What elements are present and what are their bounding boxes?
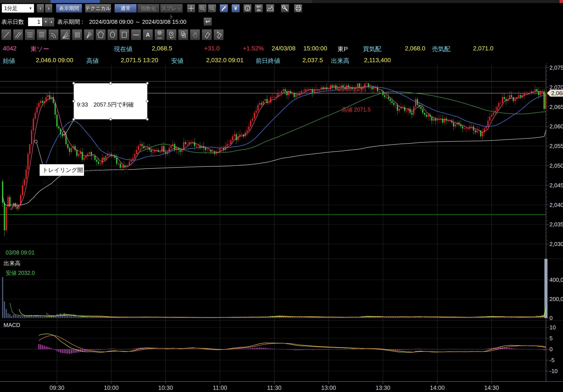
resize-handle[interactable] [109,118,112,121]
day-high-annotation: 03/08 13:21 高値 2071.5 [338,73,371,127]
macd-axis-label: 0 [550,346,552,353]
macd-axis-label: -10 [550,368,558,374]
volume-axis-label: 0 [550,315,552,321]
macd-axis-label: 10 [550,324,556,331]
resize-handle[interactable] [146,100,149,103]
volume-axis-label: 200,000 [550,296,563,302]
time-axis-label: 11:00 [213,385,227,391]
current-price-badge-text: 2,068.5 [551,90,563,97]
macd-axis-label: 5 [550,335,552,342]
resize-handle[interactable] [146,82,149,85]
price-axis-label: 2,030 [550,241,563,247]
exit-note-line3: 10円下がった位置 [77,168,147,175]
trailing-start-annotation[interactable]: トレイリング開始 [39,164,84,176]
resize-handle[interactable] [72,100,75,103]
macd-pane-label: MACD [3,322,20,329]
time-axis-label: 09:30 [50,385,64,391]
resize-handle[interactable] [72,82,75,85]
time-axis-label: 11:30 [267,385,282,391]
exit-note-annotation[interactable]: 9:33 2057.5円で利確 トレイリング条件 10円下がった位置 [74,83,147,119]
exit-note-line2: トレイリング条件 [77,145,147,153]
time-axis-label: 10:00 [104,385,119,391]
day-low-annotation: 03/08 09:01 安値 2032.0 [6,236,35,290]
price-axis-label: 2,055 [550,143,563,149]
price-chart-svg[interactable]: 2,0302,0352,0402,0452,0502,0552,0602,065… [0,0,563,392]
macd-axis-label: -5 [550,357,554,363]
price-axis-label: 2,065 [550,104,563,110]
time-axis-label: 14:00 [430,385,445,391]
time-axis-label: 13:00 [321,385,336,391]
volume-axis-label: 400,000 [550,277,563,283]
time-axis-label: 14:30 [484,385,499,391]
price-axis-label: 2,050 [550,162,563,169]
resize-handle[interactable] [146,118,149,121]
price-axis-label: 2,075 [550,64,563,71]
resize-handle[interactable] [72,118,75,121]
price-axis-label: 2,040 [550,202,563,208]
price-axis-label: 2,045 [550,182,563,189]
price-axis-label: 2,035 [550,221,563,228]
resize-handle[interactable] [109,82,112,85]
time-axis-label: 13:30 [376,385,390,391]
exit-note-line1: 9:33 2057.5円で利確 [77,101,147,108]
chart-application-window: 1分足 ▼ ‹ › 表示期間 テクニカル 通常 指数化 スプレット ¥ i MY… [0,0,563,392]
time-axis-label: 10:30 [158,385,173,391]
price-axis-label: 2,060 [550,123,563,130]
